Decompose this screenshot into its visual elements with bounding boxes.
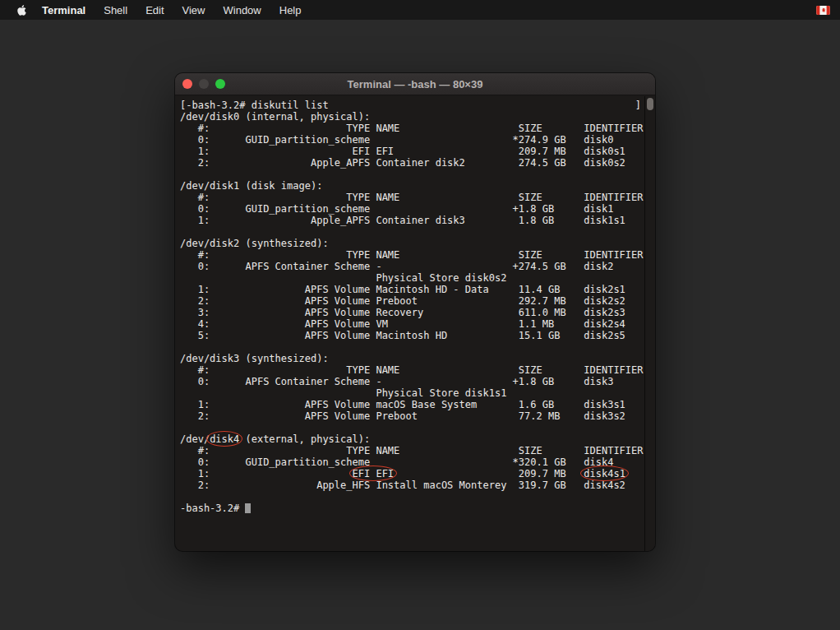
terminal-line: [180, 226, 655, 238]
scrollbar-thumb[interactable]: [647, 98, 653, 110]
terminal-line: Physical Store disk0s2: [180, 272, 655, 284]
scrollbar[interactable]: [644, 96, 655, 551]
menu-item-shell[interactable]: Shell: [95, 4, 136, 16]
terminal-line: 1: APFS Volume macOS Base System 1.6 GB …: [180, 399, 655, 410]
menu-item-edit[interactable]: Edit: [136, 4, 173, 16]
menu-bar: Terminal ShellEditViewWindowHelp: [0, 0, 840, 20]
menu-app-name[interactable]: Terminal: [33, 4, 95, 16]
terminal-line: 0: GUID_partition_scheme +1.8 GB disk1: [180, 203, 655, 215]
terminal-window: Terminal — -bash — 80×39 [-bash-3.2# dis…: [175, 73, 655, 551]
terminal-line: 3: APFS Volume Recovery 611.0 MB disk2s3: [180, 307, 655, 318]
terminal-line: 0: APFS Container Scheme - +1.8 GB disk3: [180, 376, 655, 387]
terminal-line: #: TYPE NAME SIZE IDENTIFIER: [180, 192, 655, 203]
terminal-line: 1: EFI EFI 209.7 MB disk0s1: [180, 146, 655, 157]
terminal-line: -bash-3.2#: [180, 503, 655, 514]
terminal-text: [-bash-3.2# diskutil list/dev/disk0 (int…: [180, 100, 655, 514]
terminal-line: [180, 422, 655, 433]
terminal-line: 4: APFS Volume VM 1.1 MB disk2s4: [180, 318, 655, 330]
terminal-line: 0: GUID_partition_scheme *274.9 GB disk0: [180, 134, 655, 146]
terminal-line: 0: GUID_partition_scheme *320.1 GB disk4: [180, 456, 655, 468]
terminal-line: #: TYPE NAME SIZE IDENTIFIER: [180, 123, 655, 134]
canadian-flag-icon[interactable]: [816, 6, 830, 15]
annotation-circle: disk4: [210, 433, 239, 445]
zoom-button[interactable]: [215, 79, 225, 89]
menu-item-help[interactable]: Help: [270, 4, 311, 16]
terminal-line: /dev/disk0 (internal, physical):: [180, 111, 655, 123]
window-titlebar[interactable]: Terminal — -bash — 80×39: [175, 73, 655, 95]
terminal-line: 2: Apple_APFS Container disk2 274.5 GB d…: [180, 157, 655, 169]
terminal-cursor: [245, 503, 251, 513]
terminal-line: 1: EFI EFI 209.7 MB disk4s1: [180, 468, 655, 479]
terminal-line: 2: APFS Volume Preboot 77.2 MB disk3s2: [180, 410, 655, 422]
menu-item-window[interactable]: Window: [215, 4, 270, 16]
terminal-line: 2: Apple_HFS Install macOS Monterey 319.…: [180, 479, 655, 491]
terminal-output[interactable]: [-bash-3.2# diskutil list/dev/disk0 (int…: [175, 96, 655, 551]
terminal-line: /dev/disk3 (synthesized):: [180, 353, 655, 364]
terminal-line: [-bash-3.2# diskutil list: [180, 100, 655, 111]
annotation-circle: disk4s1: [584, 468, 625, 479]
traffic-lights: [175, 79, 225, 89]
menu-bar-right: [816, 6, 830, 15]
terminal-line: Physical Store disk1s1: [180, 387, 655, 399]
apple-menu[interactable]: [10, 4, 33, 16]
terminal-line: 2: APFS Volume Preboot 292.7 MB disk2s2: [180, 295, 655, 307]
terminal-line: 0: APFS Container Scheme - +274.5 GB dis…: [180, 261, 655, 272]
terminal-line: #: TYPE NAME SIZE IDENTIFIER: [180, 249, 655, 261]
desktop: { "menu_bar": { "apple_icon": "apple-log…: [0, 0, 840, 630]
terminal-line: [180, 341, 655, 353]
menu-item-view[interactable]: View: [173, 4, 215, 16]
terminal-line: #: TYPE NAME SIZE IDENTIFIER: [180, 445, 655, 456]
apple-icon: [16, 4, 27, 16]
close-button[interactable]: [182, 79, 192, 89]
terminal-line: #: TYPE NAME SIZE IDENTIFIER: [180, 364, 655, 376]
terminal-line: 1: Apple_APFS Container disk3 1.8 GB dis…: [180, 215, 655, 226]
terminal-line: 5: APFS Volume Macintosh HD 15.1 GB disk…: [180, 330, 655, 341]
scrollback-bracket: ]: [635, 100, 641, 111]
window-title: Terminal — -bash — 80×39: [175, 78, 655, 90]
menu-items: ShellEditViewWindowHelp: [95, 4, 310, 16]
terminal-line: [180, 491, 655, 503]
terminal-line: /dev/disk1 (disk image):: [180, 180, 655, 192]
annotation-circle: EFI EFI: [353, 468, 395, 479]
terminal-line: /dev/disk2 (synthesized):: [180, 238, 655, 249]
terminal-line: /dev/disk4 (external, physical):: [180, 433, 655, 445]
terminal-line: 1: APFS Volume Macintosh HD - Data 11.4 …: [180, 284, 655, 295]
minimize-button[interactable]: [199, 79, 209, 89]
terminal-line: [180, 169, 655, 180]
